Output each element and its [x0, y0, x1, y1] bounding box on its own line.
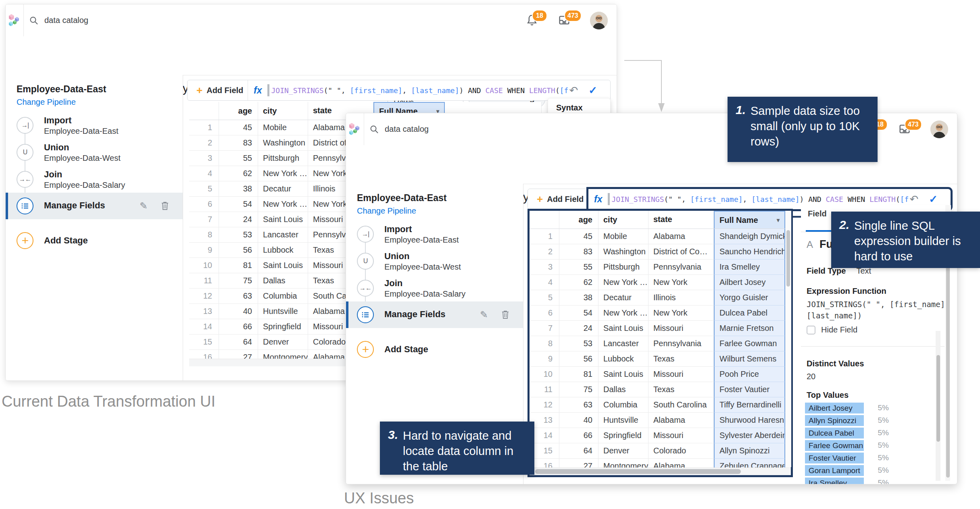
column-header-city[interactable]: city [598, 211, 648, 229]
city-cell: Pittsburgh [258, 151, 308, 166]
full-name-header-label: Full Name [719, 216, 758, 225]
table-row[interactable]: 6 54 New York … New York Dulcea Pabel [530, 305, 785, 321]
global-search-input[interactable]: data catalog [369, 113, 429, 145]
notifications-button[interactable]: 18 [525, 14, 539, 27]
table-row[interactable]: 15 64 Denver Colorado Allyn Spinozzi [530, 443, 785, 459]
edit-stage-button[interactable]: ✎ [477, 308, 491, 322]
inbox-button[interactable]: 473 [558, 14, 571, 27]
row-number-cell: 14 [189, 319, 219, 334]
table-row[interactable]: 5 38 Decatur Illinois Yorgo Guisler [530, 290, 785, 305]
table-row[interactable]: 2 83 Washington District of Columbia Sau… [530, 244, 785, 260]
apply-expression-button[interactable]: ✓ [588, 84, 597, 97]
expression-token: WHEN [848, 195, 869, 204]
add-stage-button[interactable]: + Add Stage [6, 229, 183, 253]
table-row[interactable]: 9 56 Lubbock Texas Wilburt Semens [530, 351, 785, 367]
pipeline-stage-item[interactable]: U Union Employee-Data-West [346, 249, 523, 274]
table-row[interactable]: 14 66 Springfield Missouri Sylvester Abe… [530, 428, 785, 443]
pencil-icon: ✎ [480, 309, 488, 320]
age-cell: 81 [559, 367, 598, 382]
age-cell: 54 [559, 305, 598, 320]
city-cell: Pittsburgh [598, 260, 648, 274]
pipeline-stage-item[interactable]: →| Import Employee-Data-East [6, 113, 183, 138]
row-number-header [189, 102, 219, 120]
scrollbar-thumb[interactable] [936, 355, 940, 442]
age-cell: 63 [559, 397, 598, 412]
hide-field-label: Hide Field [821, 325, 857, 334]
pipeline-stage-item[interactable]: →← Join Employee-Data-Salary [6, 167, 183, 192]
hide-field-checkbox[interactable] [807, 326, 815, 334]
app-logo[interactable] [6, 4, 24, 36]
table-vertical-scrollbar[interactable] [785, 211, 791, 467]
expression-code: JOIN_STRINGS(" ", [first_name], [last_na… [271, 86, 569, 95]
panel-scrollbar[interactable] [936, 331, 940, 481]
table-row[interactable]: 12 63 Columbia South Carolina Tiffy Bern… [530, 397, 785, 413]
pipeline-stage-item[interactable]: →| Import Employee-Data-East [346, 222, 523, 247]
tab-field[interactable]: Field [808, 209, 827, 218]
table-row[interactable]: 7 24 Saint Louis Missouri Marnie Fretson [530, 321, 785, 336]
column-header-age[interactable]: age [559, 211, 598, 229]
apply-expression-button[interactable]: ✓ [929, 193, 938, 206]
table-row[interactable]: 1 45 Mobile Alabama Shandeigh Dymick [530, 229, 785, 244]
table-row[interactable]: 3 55 Pittsburgh Pennsylvania Ira Smelley [530, 260, 785, 275]
pipeline-stage-item[interactable]: →← Join Employee-Data-Salary [346, 276, 523, 301]
sort-caret-icon[interactable]: ▾ [777, 217, 780, 223]
stage-title: Import [384, 224, 412, 235]
column-header-age[interactable]: age [219, 102, 258, 120]
column-header-full-name[interactable]: Full Name ▾ [714, 211, 785, 229]
top-value-bar: Ailbert Josey [805, 403, 864, 413]
pipeline-stage-item[interactable]: U Union Employee-Data-West [6, 140, 183, 165]
add-field-button[interactable]: + Add Field [528, 189, 588, 209]
pencil-icon: ✎ [140, 200, 148, 212]
add-field-button[interactable]: + Add Field [188, 80, 248, 100]
undo-icon[interactable]: ↶ [909, 193, 918, 206]
hide-field-option[interactable]: Hide Field [807, 325, 857, 334]
top-value-row: Foster Vautier 5% [801, 453, 951, 465]
delete-stage-button[interactable] [158, 199, 172, 213]
state-cell: New York [648, 305, 714, 320]
age-cell: 63 [219, 289, 258, 303]
full-name-cell: Shandeigh Dymick [714, 229, 785, 244]
table-horizontal-scrollbar[interactable] [530, 467, 791, 475]
top-value-percent: 5% [865, 441, 889, 450]
user-avatar[interactable] [930, 120, 948, 138]
state-cell: Missouri [648, 428, 714, 443]
age-cell: 45 [559, 229, 598, 244]
expression-token: AND [808, 195, 826, 204]
state-cell: District of Columbia [648, 244, 714, 259]
inbox-button[interactable]: 473 [898, 123, 912, 136]
app-logo[interactable] [346, 113, 364, 145]
annotation-text: Hard to navigate and locate data column … [403, 428, 526, 468]
row-number-cell: 6 [189, 197, 219, 212]
city-cell: New York … [258, 197, 308, 212]
table-row[interactable]: 11 75 Dallas Texas Foster Vautier [530, 382, 785, 397]
row-number-cell: 2 [530, 244, 559, 259]
expression-input[interactable]: fx JOIN_STRINGS(" ", [first_name], [last… [248, 80, 610, 100]
column-header-state[interactable]: state [648, 211, 714, 229]
age-cell: 38 [219, 181, 258, 196]
age-cell: 64 [559, 443, 598, 458]
screenshot-canvas: data catalog 18 473 [0, 0, 980, 509]
undo-icon[interactable]: ↶ [569, 84, 578, 97]
city-cell: Saint Louis [258, 212, 308, 227]
add-stage-button[interactable]: + Add Stage [346, 337, 523, 362]
table-row[interactable]: 8 53 Lancaster Pennsylvania Farlee Gowma… [530, 336, 785, 351]
sidebar-item-manage-fields[interactable]: Manage Fields ✎ [346, 301, 523, 328]
global-search-input[interactable]: data catalog [29, 4, 88, 36]
user-avatar[interactable] [590, 12, 608, 29]
table-row[interactable]: 13 40 Huntsville Alabama Shurwood Haresn… [530, 413, 785, 428]
delete-stage-button[interactable] [498, 308, 512, 322]
table-row[interactable]: 10 81 Saint Louis Missouri Pooh Price [530, 367, 785, 382]
change-pipeline-link[interactable]: Change Pipeline [17, 98, 76, 107]
row-number-cell: 1 [530, 229, 559, 244]
scrollbar-thumb[interactable] [535, 469, 741, 474]
column-header-city[interactable]: city [258, 102, 308, 120]
expression-token: AND [468, 86, 485, 95]
expression-token: [last_name] [751, 195, 799, 204]
change-pipeline-link[interactable]: Change Pipeline [357, 206, 416, 216]
table-row[interactable]: 4 62 New York … New York Ailbert Josey [530, 275, 785, 290]
edit-stage-button[interactable]: ✎ [137, 199, 150, 213]
sidebar-item-manage-fields[interactable]: Manage Fields ✎ [6, 193, 183, 219]
scrollbar-thumb[interactable] [786, 230, 790, 287]
top-value-row: Ailbert Josey 5% [801, 403, 951, 415]
scrollbar-thumb[interactable] [946, 260, 950, 478]
